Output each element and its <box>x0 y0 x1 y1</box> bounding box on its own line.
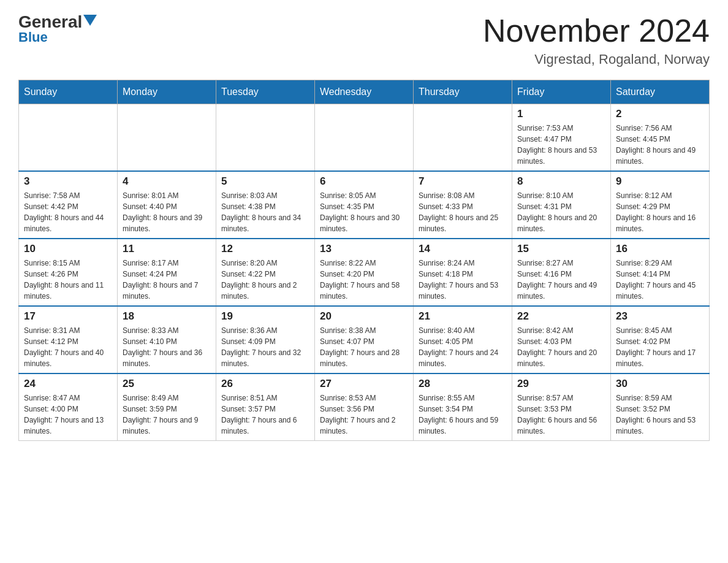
day-number: 29 <box>517 378 605 390</box>
day-info: Sunrise: 8:17 AM Sunset: 4:24 PM Dayligh… <box>123 258 211 302</box>
day-number: 6 <box>320 175 408 188</box>
day-info: Sunrise: 8:51 AM Sunset: 3:57 PM Dayligh… <box>221 393 309 437</box>
day-info: Sunrise: 8:36 AM Sunset: 4:09 PM Dayligh… <box>221 325 309 369</box>
day-number: 19 <box>221 310 309 323</box>
day-number: 5 <box>221 175 309 188</box>
calendar-title: November 2024 <box>483 12 710 49</box>
calendar-cell: 6Sunrise: 8:05 AM Sunset: 4:35 PM Daylig… <box>315 171 414 239</box>
day-info: Sunrise: 8:31 AM Sunset: 4:12 PM Dayligh… <box>24 325 112 369</box>
calendar-cell: 9Sunrise: 8:12 AM Sunset: 4:29 PM Daylig… <box>611 171 710 239</box>
day-info: Sunrise: 8:01 AM Sunset: 4:40 PM Dayligh… <box>123 190 211 234</box>
day-info: Sunrise: 8:33 AM Sunset: 4:10 PM Dayligh… <box>123 325 211 369</box>
day-info: Sunrise: 7:56 AM Sunset: 4:45 PM Dayligh… <box>616 123 704 167</box>
day-number: 28 <box>419 378 507 390</box>
day-number: 27 <box>320 378 408 390</box>
day-number: 9 <box>616 175 704 188</box>
col-thursday: Thursday <box>414 80 512 104</box>
day-info: Sunrise: 8:24 AM Sunset: 4:18 PM Dayligh… <box>419 258 507 302</box>
day-info: Sunrise: 8:22 AM Sunset: 4:20 PM Dayligh… <box>320 258 408 302</box>
day-info: Sunrise: 7:53 AM Sunset: 4:47 PM Dayligh… <box>517 123 605 167</box>
day-info: Sunrise: 8:10 AM Sunset: 4:31 PM Dayligh… <box>517 190 605 234</box>
day-number: 23 <box>616 310 704 323</box>
calendar-cell: 18Sunrise: 8:33 AM Sunset: 4:10 PM Dayli… <box>118 306 216 373</box>
calendar-cell: 14Sunrise: 8:24 AM Sunset: 4:18 PM Dayli… <box>414 239 512 306</box>
day-info: Sunrise: 8:40 AM Sunset: 4:05 PM Dayligh… <box>419 325 507 369</box>
day-info: Sunrise: 8:03 AM Sunset: 4:38 PM Dayligh… <box>221 190 309 234</box>
day-info: Sunrise: 8:27 AM Sunset: 4:16 PM Dayligh… <box>517 258 605 302</box>
day-number: 11 <box>123 243 211 255</box>
day-info: Sunrise: 8:05 AM Sunset: 4:35 PM Dayligh… <box>320 190 408 234</box>
day-info: Sunrise: 8:45 AM Sunset: 4:02 PM Dayligh… <box>616 325 704 369</box>
calendar-cell: 15Sunrise: 8:27 AM Sunset: 4:16 PM Dayli… <box>512 239 611 306</box>
col-saturday: Saturday <box>611 80 710 104</box>
day-number: 25 <box>123 378 211 390</box>
day-info: Sunrise: 8:55 AM Sunset: 3:54 PM Dayligh… <box>419 393 507 437</box>
day-info: Sunrise: 8:53 AM Sunset: 3:56 PM Dayligh… <box>320 393 408 437</box>
day-info: Sunrise: 8:57 AM Sunset: 3:53 PM Dayligh… <box>517 393 605 437</box>
svg-marker-0 <box>83 15 97 26</box>
calendar-cell: 1Sunrise: 7:53 AM Sunset: 4:47 PM Daylig… <box>512 104 611 172</box>
day-number: 2 <box>616 108 704 120</box>
day-number: 15 <box>517 243 605 255</box>
day-number: 14 <box>419 243 507 255</box>
calendar-cell: 25Sunrise: 8:49 AM Sunset: 3:59 PM Dayli… <box>118 373 216 441</box>
calendar-cell: 19Sunrise: 8:36 AM Sunset: 4:09 PM Dayli… <box>216 306 315 373</box>
day-info: Sunrise: 8:59 AM Sunset: 3:52 PM Dayligh… <box>616 393 704 437</box>
logo-text-blue: Blue <box>18 29 48 45</box>
logo-triangle-icon <box>83 15 97 28</box>
calendar-cell: 16Sunrise: 8:29 AM Sunset: 4:14 PM Dayli… <box>611 239 710 306</box>
day-number: 13 <box>320 243 408 255</box>
calendar-cell: 8Sunrise: 8:10 AM Sunset: 4:31 PM Daylig… <box>512 171 611 239</box>
calendar-cell <box>19 104 118 172</box>
day-number: 17 <box>24 310 112 323</box>
calendar-cell <box>118 104 216 172</box>
day-number: 3 <box>24 175 112 188</box>
day-number: 22 <box>517 310 605 323</box>
calendar-cell: 10Sunrise: 8:15 AM Sunset: 4:26 PM Dayli… <box>19 239 118 306</box>
calendar-cell: 21Sunrise: 8:40 AM Sunset: 4:05 PM Dayli… <box>414 306 512 373</box>
col-friday: Friday <box>512 80 611 104</box>
calendar-week-2: 3Sunrise: 7:58 AM Sunset: 4:42 PM Daylig… <box>19 171 710 239</box>
calendar-cell <box>315 104 414 172</box>
calendar-table: Sunday Monday Tuesday Wednesday Thursday… <box>18 80 710 441</box>
calendar-cell: 5Sunrise: 8:03 AM Sunset: 4:38 PM Daylig… <box>216 171 315 239</box>
day-info: Sunrise: 8:38 AM Sunset: 4:07 PM Dayligh… <box>320 325 408 369</box>
calendar-cell: 22Sunrise: 8:42 AM Sunset: 4:03 PM Dayli… <box>512 306 611 373</box>
day-number: 20 <box>320 310 408 323</box>
calendar-week-4: 17Sunrise: 8:31 AM Sunset: 4:12 PM Dayli… <box>19 306 710 373</box>
title-area: November 2024 Vigrestad, Rogaland, Norwa… <box>483 12 710 67</box>
day-info: Sunrise: 8:49 AM Sunset: 3:59 PM Dayligh… <box>123 393 211 437</box>
calendar-cell: 12Sunrise: 8:20 AM Sunset: 4:22 PM Dayli… <box>216 239 315 306</box>
calendar-subtitle: Vigrestad, Rogaland, Norway <box>483 52 710 67</box>
day-number: 30 <box>616 378 704 390</box>
day-number: 24 <box>24 378 112 390</box>
day-info: Sunrise: 8:29 AM Sunset: 4:14 PM Dayligh… <box>616 258 704 302</box>
calendar-cell: 4Sunrise: 8:01 AM Sunset: 4:40 PM Daylig… <box>118 171 216 239</box>
calendar-week-1: 1Sunrise: 7:53 AM Sunset: 4:47 PM Daylig… <box>19 104 710 172</box>
calendar-cell: 23Sunrise: 8:45 AM Sunset: 4:02 PM Dayli… <box>611 306 710 373</box>
calendar-cell: 2Sunrise: 7:56 AM Sunset: 4:45 PM Daylig… <box>611 104 710 172</box>
col-monday: Monday <box>118 80 216 104</box>
calendar-cell: 29Sunrise: 8:57 AM Sunset: 3:53 PM Dayli… <box>512 373 611 441</box>
logo: General Blue <box>18 12 97 45</box>
calendar-cell: 11Sunrise: 8:17 AM Sunset: 4:24 PM Dayli… <box>118 239 216 306</box>
page-header: General Blue November 2024 Vigrestad, Ro… <box>18 12 710 67</box>
calendar-cell: 3Sunrise: 7:58 AM Sunset: 4:42 PM Daylig… <box>19 171 118 239</box>
day-info: Sunrise: 8:12 AM Sunset: 4:29 PM Dayligh… <box>616 190 704 234</box>
day-number: 12 <box>221 243 309 255</box>
calendar-cell: 24Sunrise: 8:47 AM Sunset: 4:00 PM Dayli… <box>19 373 118 441</box>
calendar-cell: 27Sunrise: 8:53 AM Sunset: 3:56 PM Dayli… <box>315 373 414 441</box>
day-number: 26 <box>221 378 309 390</box>
day-number: 7 <box>419 175 507 188</box>
day-number: 8 <box>517 175 605 188</box>
day-info: Sunrise: 7:58 AM Sunset: 4:42 PM Dayligh… <box>24 190 112 234</box>
day-number: 16 <box>616 243 704 255</box>
day-number: 10 <box>24 243 112 255</box>
col-sunday: Sunday <box>19 80 118 104</box>
calendar-cell <box>216 104 315 172</box>
day-number: 18 <box>123 310 211 323</box>
calendar-cell: 28Sunrise: 8:55 AM Sunset: 3:54 PM Dayli… <box>414 373 512 441</box>
day-number: 1 <box>517 108 605 120</box>
day-info: Sunrise: 8:20 AM Sunset: 4:22 PM Dayligh… <box>221 258 309 302</box>
header-row: Sunday Monday Tuesday Wednesday Thursday… <box>19 80 710 104</box>
